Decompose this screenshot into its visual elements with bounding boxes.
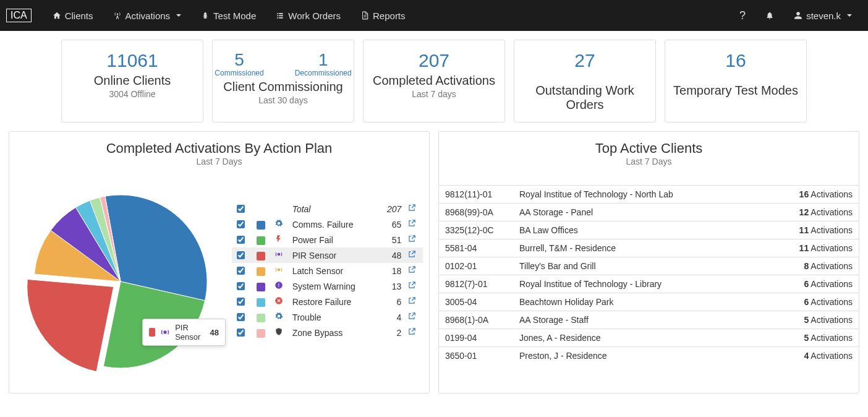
plan-icon (274, 220, 283, 230)
open-icon[interactable] (407, 220, 416, 230)
help-icon[interactable]: ? (730, 1, 755, 31)
tooltip-value: 48 (210, 328, 219, 337)
client-row[interactable]: 0102-01Tilley's Bar and Grill8 Activatio… (439, 257, 859, 275)
legend-row[interactable]: Trouble4 (232, 309, 423, 325)
svg-point-1 (164, 331, 166, 333)
legend-checkbox[interactable] (237, 236, 245, 244)
plan-icon (274, 297, 283, 307)
pie-legend: Total207Comms. Failure65Power Fail51PIR … (232, 201, 423, 340)
client-count: 12 Activations (760, 204, 859, 221)
nav-item-test-mode[interactable]: Test Mode (191, 2, 266, 30)
tooltip-swatch (149, 328, 155, 337)
client-code: 3325(12)-0C (439, 221, 513, 239)
card-sub: Last 30 days (219, 95, 347, 105)
client-count: 8 Activations (760, 257, 859, 275)
legend-label: Power Fail (290, 232, 378, 247)
nav-item-reports[interactable]: Reports (351, 2, 415, 30)
card-test-modes[interactable]: 16 Temporary Test Modes (665, 40, 807, 123)
client-row[interactable]: 9812(11)-01Royal Institue of Technology … (439, 186, 859, 204)
client-row[interactable]: 3325(12)-0CBA Law Offices11 Activations (439, 221, 859, 239)
plan-icon (274, 328, 283, 338)
panel-activations-by-plan: Completed Activations By Action Plan Las… (9, 131, 430, 393)
client-name: Jones, A - Residence (513, 329, 760, 347)
client-row[interactable]: 3005-04Beachtown Holiday Park6 Activatio… (439, 293, 859, 311)
legend-checkbox[interactable] (237, 267, 245, 275)
legend-row[interactable]: Latch Sensor18 (232, 263, 423, 278)
client-row[interactable]: 8968(99)-0AAA Storage - Panel12 Activati… (439, 204, 859, 221)
client-name: AA Storage - Staff (513, 311, 760, 329)
legend-row[interactable]: Power Fail51 (232, 232, 423, 247)
open-icon[interactable] (407, 328, 416, 338)
card-value: 207 (370, 50, 498, 71)
client-code: 8968(99)-0A (439, 204, 513, 221)
decommissioned-value: 1 (295, 50, 352, 70)
legend-row[interactable]: Comms. Failure65 (232, 217, 423, 232)
open-icon[interactable] (407, 312, 416, 322)
pie-chart-area: PIR Sensor 48 (22, 176, 226, 380)
tooltip-label: PIR Sensor (175, 323, 205, 342)
legend-swatch (257, 221, 265, 230)
plan-icon: ! (274, 282, 283, 291)
nav-item-work-orders[interactable]: Work Orders (266, 2, 351, 30)
client-code: 9812(11)-01 (439, 186, 513, 204)
legend-row[interactable]: PIR Sensor48 (232, 247, 423, 263)
card-online-clients[interactable]: 11061 Online Clients 3004 Offline (61, 40, 203, 123)
open-icon[interactable] (407, 235, 416, 245)
client-code: 3650-01 (439, 347, 513, 365)
nav-item-activations[interactable]: Activations (103, 2, 192, 30)
legend-row[interactable]: Restore Failure6 (232, 294, 423, 309)
legend-row[interactable]: Zone Bypass2 (232, 325, 423, 340)
nav-label: Work Orders (288, 11, 341, 21)
legend-value: 2 (378, 325, 405, 340)
nav-item-clients[interactable]: Clients (43, 2, 103, 30)
client-name: Tilley's Bar and Grill (513, 257, 760, 275)
client-row[interactable]: 0199-04Jones, A - Residence5 Activations (439, 329, 859, 347)
legend-checkbox[interactable] (237, 329, 245, 337)
nav-label: Activations (126, 11, 171, 21)
client-row[interactable]: 8968(1)-0AAA Storage - Staff5 Activation… (439, 311, 859, 329)
open-icon[interactable] (407, 297, 416, 307)
svg-point-0 (116, 14, 117, 15)
card-value: 11061 (68, 50, 197, 71)
open-icon[interactable] (407, 266, 416, 276)
card-work-orders[interactable]: 27 Outstanding Work Orders (514, 40, 656, 123)
legend-row[interactable]: !System Warning13 (232, 278, 423, 294)
client-row[interactable]: 9812(7)-01Royal Institue of Technology -… (439, 275, 859, 293)
stat-cards: 11061 Online Clients 3004 Offline 5 Comm… (0, 31, 868, 131)
svg-text:!: ! (278, 283, 279, 288)
navbar: ICA ClientsActivationsTest ModeWork Orde… (0, 0, 868, 31)
brand-logo[interactable]: ICA (6, 9, 32, 22)
legend-checkbox[interactable] (237, 251, 245, 259)
client-code: 5581-04 (439, 239, 513, 257)
open-icon[interactable] (407, 204, 416, 214)
client-name: Royal Institue of Technology - Library (513, 275, 760, 293)
client-name: Burrell, T&M - Residence (513, 239, 760, 257)
plan-icon (274, 312, 283, 322)
client-row[interactable]: 3650-01Preston, J - Residence4 Activatio… (439, 347, 859, 365)
legend-total-value: 207 (378, 201, 405, 217)
client-count: 6 Activations (760, 275, 859, 293)
legend-swatch (257, 236, 265, 245)
client-row[interactable]: 5581-04Burrell, T&M - Residence11 Activa… (439, 239, 859, 257)
legend-checkbox[interactable] (237, 313, 245, 321)
bell-icon[interactable] (755, 2, 784, 28)
legend-swatch (257, 329, 265, 338)
client-count: 5 Activations (760, 329, 859, 347)
pie-chart[interactable] (22, 176, 226, 380)
card-sub: 3004 Offline (68, 89, 197, 99)
legend-checkbox-all[interactable] (237, 205, 245, 213)
card-completed-activations[interactable]: 207 Completed Activations Last 7 days (363, 40, 505, 123)
legend-swatch (257, 314, 265, 322)
card-value: 27 (521, 50, 649, 71)
legend-checkbox[interactable] (237, 220, 245, 228)
card-client-commissioning[interactable]: 5 Commissioned 1 Decommissioned Client C… (212, 40, 354, 123)
panel-title: Completed Activations By Action Plan (9, 140, 429, 157)
pie-slice[interactable] (27, 279, 114, 371)
legend-checkbox[interactable] (237, 298, 245, 306)
user-menu[interactable]: steven.k (784, 2, 862, 30)
nav-label: Clients (65, 11, 93, 21)
open-icon[interactable] (407, 251, 416, 260)
legend-checkbox[interactable] (237, 282, 245, 290)
svg-point-3 (278, 269, 280, 271)
open-icon[interactable] (407, 282, 416, 291)
